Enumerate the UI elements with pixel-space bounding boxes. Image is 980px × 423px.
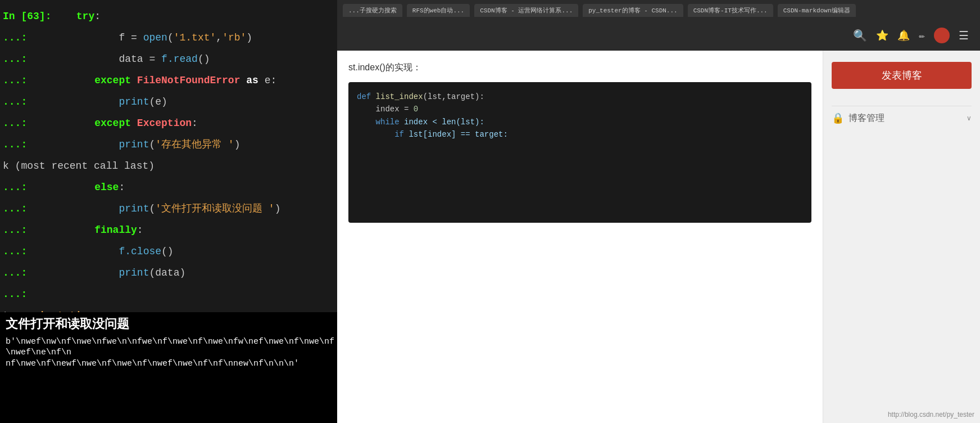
bell-icon[interactable]: 🔔 — [897, 29, 910, 42]
code-line: ...: f = open('1.txt','rb') — [0, 27, 343, 48]
output-line2: b'\nwef\nw\nf\nwe\nfwe\n\nfwe\nf\nwe\nf\… — [6, 336, 337, 358]
csdn-article: st.index()的实现： def list_index(lst,target… — [337, 51, 823, 423]
code-line: ...: data = f.read() — [0, 48, 343, 70]
prompt-in: In [63]: — [3, 6, 70, 27]
article-code-block: def list_index(lst,target): index = 0 wh… — [348, 82, 811, 223]
code-content: f.close() — [70, 241, 174, 262]
search-icon[interactable]: 🔍 — [853, 29, 867, 43]
url-bar: http://blog.csdn.net/py_tester — [888, 411, 974, 418]
code-line: ...: print('文件打开和读取没问题 ') — [0, 198, 343, 219]
output-line3: nf\nwe\nf\newf\nwe\nf\nwe\nf\nwef\nwe\nf… — [6, 358, 337, 370]
browser-tab-5[interactable]: CSDN博客-IT技术写作... — [688, 4, 773, 17]
code-line: ...: print('存在其他异常 ') — [0, 134, 343, 155]
code-content: f = open('1.txt','rb') — [70, 27, 252, 48]
code-line: ...: except Exception: — [0, 112, 343, 134]
traceback-hint-line: k (most recent call last) — [0, 155, 343, 177]
right-panel: ...子搜硬力搜索 RFS的web自动... CSDN博客 - 运营网络计算系.… — [337, 0, 980, 423]
prompt-dots: ...: — [3, 284, 70, 305]
browser-tab-1[interactable]: ...子搜硬力搜索 — [343, 4, 402, 17]
browser-tabs: ...子搜硬力搜索 RFS的web自动... CSDN博客 - 运营网络计算系.… — [337, 0, 980, 20]
header-icons: 🔍 ⭐ 🔔 ✏️ ☰ — [853, 28, 969, 43]
code-line: ...: else: — [0, 177, 343, 198]
code-line: ...: — [0, 284, 343, 305]
prompt-dots: ...: — [3, 177, 70, 198]
menu-icon[interactable]: ☰ — [959, 29, 969, 43]
code-content: try: — [70, 6, 101, 27]
csdn-header: 🔍 ⭐ 🔔 ✏️ ☰ — [337, 20, 980, 51]
prompt-dots: ...: — [3, 112, 70, 134]
code-content: data = f.read() — [70, 48, 210, 70]
edit-icon[interactable]: ✏️ — [919, 29, 925, 42]
code-content: print(data) — [70, 262, 185, 284]
output-line1: 文件打开和读取没问题 — [6, 317, 337, 334]
code-line: ...: finally: — [0, 219, 343, 241]
prompt-dots: ...: — [3, 262, 70, 284]
prompt-dots: ...: — [3, 241, 70, 262]
prompt-dots: ...: — [3, 134, 70, 155]
left-panel: In [63]: try: ...: f = open('1.txt','rb'… — [0, 0, 343, 423]
browser-tab-6[interactable]: CSDN-markdown编辑器 — [778, 4, 856, 17]
code-content: print('文件打开和读取没问题 ') — [70, 198, 280, 219]
code-content: finally: — [70, 219, 143, 241]
browser-tab-3[interactable]: CSDN博客 - 运营网络计算系... — [474, 4, 578, 17]
publish-button[interactable]: 发表博客 — [832, 62, 972, 89]
article-code-line: index = 0 — [357, 103, 803, 115]
prompt-dots: ...: — [3, 198, 70, 219]
csdn-sidebar: 发表博客 🔒 博客管理 ∨ — [823, 51, 980, 423]
code-area: In [63]: try: ...: f = open('1.txt','rb'… — [0, 0, 343, 315]
browser-tab-4[interactable]: py_tester的博客 - CSDN... — [583, 4, 683, 17]
avatar[interactable] — [934, 28, 950, 43]
code-content — [70, 284, 76, 305]
prompt-dots: ...: — [3, 70, 70, 91]
article-heading: st.index()的实现： — [348, 62, 811, 74]
code-content: except Exception: — [70, 112, 198, 134]
code-line: ...: print(data) — [0, 262, 343, 284]
csdn-main: st.index()的实现： def list_index(lst,target… — [337, 51, 980, 423]
code-line: ...: print(e) — [0, 91, 343, 112]
article-code-line: def list_index(lst,target): — [357, 91, 803, 103]
code-line: ...: f.close() — [0, 241, 343, 262]
blog-manage[interactable]: 🔒 博客管理 ∨ — [832, 106, 972, 130]
code-content: print('存在其他异常 ') — [70, 134, 240, 155]
prompt-dots: ...: — [3, 27, 70, 48]
star-icon[interactable]: ⭐ — [876, 29, 888, 42]
code-line: In [63]: try: — [0, 6, 343, 27]
blog-manage-text: 博客管理 — [849, 112, 962, 124]
output-area: 文件打开和读取没问题 b'\nwef\nw\nf\nwe\nfwe\n\nfwe… — [0, 312, 343, 423]
dropdown-arrow-icon: ∨ — [967, 114, 972, 122]
browser-tab-2[interactable]: RFS的web自动... — [407, 4, 470, 17]
prompt-dots: ...: — [3, 219, 70, 241]
article-code-line: while index < len(lst): — [357, 116, 803, 128]
prompt-dots: ...: — [3, 91, 70, 112]
code-content: else: — [70, 177, 125, 198]
article-code-line: if lst[index] == target: — [357, 128, 803, 141]
lock-icon: 🔒 — [832, 112, 844, 124]
code-content: except FileNotFoundError as e: — [70, 70, 276, 91]
code-content: print(e) — [70, 91, 167, 112]
code-line: ...: except FileNotFoundError as e: — [0, 70, 343, 91]
prompt-dots: ...: — [3, 48, 70, 70]
